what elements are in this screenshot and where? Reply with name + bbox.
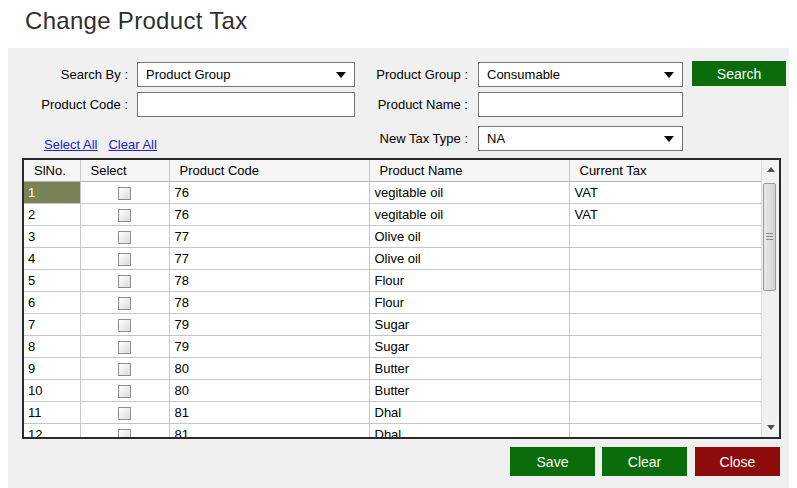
cell-slno[interactable]: 8 (24, 336, 80, 358)
cell-product-name[interactable]: vegitable oil (369, 204, 569, 226)
cell-slno[interactable]: 7 (24, 314, 80, 336)
cell-current-tax[interactable] (569, 358, 761, 380)
cell-product-code[interactable]: 80 (169, 358, 369, 380)
table-row[interactable]: 578Flour (24, 270, 761, 292)
cell-product-name[interactable]: vegitable oil (369, 182, 569, 204)
search-by-dropdown[interactable]: Product Group (137, 62, 355, 87)
cell-current-tax[interactable] (569, 226, 761, 248)
clear-button[interactable]: Clear (602, 447, 687, 476)
row-checkbox[interactable] (118, 231, 131, 244)
cell-product-code[interactable]: 77 (169, 248, 369, 270)
scrollbar-thumb[interactable] (763, 183, 776, 291)
row-checkbox[interactable] (118, 341, 131, 354)
cell-product-code[interactable]: 78 (169, 292, 369, 314)
cell-current-tax[interactable] (569, 336, 761, 358)
row-checkbox[interactable] (118, 407, 131, 420)
cell-current-tax[interactable] (569, 270, 761, 292)
product-code-input[interactable] (137, 92, 355, 117)
cell-current-tax[interactable]: VAT (569, 182, 761, 204)
cell-select[interactable] (80, 270, 169, 292)
cell-slno[interactable]: 3 (24, 226, 80, 248)
cell-slno[interactable]: 4 (24, 248, 80, 270)
cell-product-code[interactable]: 81 (169, 402, 369, 424)
cell-product-code[interactable]: 76 (169, 182, 369, 204)
cell-current-tax[interactable] (569, 402, 761, 424)
cell-select[interactable] (80, 314, 169, 336)
cell-product-code[interactable]: 77 (169, 226, 369, 248)
column-header[interactable]: SlNo. (24, 160, 80, 182)
cell-select[interactable] (80, 358, 169, 380)
search-button[interactable]: Search (692, 61, 786, 86)
close-button[interactable]: Close (695, 447, 780, 476)
table-row[interactable]: 377Olive oil (24, 226, 761, 248)
product-name-input[interactable] (478, 92, 683, 117)
cell-select[interactable] (80, 204, 169, 226)
scrollbar-track[interactable] (762, 179, 779, 418)
cell-slno[interactable]: 2 (24, 204, 80, 226)
cell-current-tax[interactable] (569, 292, 761, 314)
cell-slno[interactable]: 9 (24, 358, 80, 380)
row-checkbox[interactable] (118, 297, 131, 310)
row-checkbox[interactable] (118, 187, 131, 200)
row-checkbox[interactable] (118, 429, 131, 437)
cell-select[interactable] (80, 380, 169, 402)
column-header[interactable]: Product Code (169, 160, 369, 182)
product-group-dropdown[interactable]: Consumable (478, 62, 683, 87)
cell-current-tax[interactable] (569, 380, 761, 402)
cell-select[interactable] (80, 292, 169, 314)
cell-current-tax[interactable] (569, 314, 761, 336)
scroll-up-button[interactable] (762, 160, 779, 179)
row-checkbox[interactable] (118, 275, 131, 288)
table-row[interactable]: 980Butter (24, 358, 761, 380)
cell-product-name[interactable]: Butter (369, 380, 569, 402)
select-all-link[interactable]: Select All (44, 137, 97, 152)
cell-product-name[interactable]: Dhal (369, 402, 569, 424)
scroll-down-button[interactable] (762, 418, 779, 437)
row-checkbox[interactable] (118, 209, 131, 222)
table-row[interactable]: 1080Butter (24, 380, 761, 402)
row-checkbox[interactable] (118, 385, 131, 398)
vertical-scrollbar[interactable] (761, 160, 779, 437)
cell-slno[interactable]: 10 (24, 380, 80, 402)
column-header[interactable]: Current Tax (569, 160, 761, 182)
table-row[interactable]: 879Sugar (24, 336, 761, 358)
table-row[interactable]: 276vegitable oilVAT (24, 204, 761, 226)
cell-product-name[interactable]: Butter (369, 358, 569, 380)
row-checkbox[interactable] (118, 253, 131, 266)
cell-product-code[interactable]: 80 (169, 380, 369, 402)
cell-product-name[interactable]: Dhal (369, 424, 569, 438)
cell-current-tax[interactable]: VAT (569, 204, 761, 226)
cell-select[interactable] (80, 402, 169, 424)
column-header[interactable]: Select (80, 160, 169, 182)
cell-slno[interactable]: 6 (24, 292, 80, 314)
row-checkbox[interactable] (118, 319, 131, 332)
cell-select[interactable] (80, 226, 169, 248)
cell-select[interactable] (80, 248, 169, 270)
cell-product-name[interactable]: Flour (369, 270, 569, 292)
cell-current-tax[interactable] (569, 424, 761, 438)
save-button[interactable]: Save (510, 447, 595, 476)
table-row[interactable]: 176vegitable oilVAT (24, 182, 761, 204)
cell-slno[interactable]: 5 (24, 270, 80, 292)
table-row[interactable]: 779Sugar (24, 314, 761, 336)
cell-slno[interactable]: 1 (24, 182, 80, 204)
table-row[interactable]: 1181Dhal (24, 402, 761, 424)
row-checkbox[interactable] (118, 363, 131, 376)
cell-product-name[interactable]: Sugar (369, 336, 569, 358)
cell-product-name[interactable]: Sugar (369, 314, 569, 336)
table-row[interactable]: 678Flour (24, 292, 761, 314)
cell-select[interactable] (80, 424, 169, 438)
clear-all-link[interactable]: Clear All (108, 137, 156, 152)
column-header[interactable]: Product Name (369, 160, 569, 182)
cell-product-code[interactable]: 79 (169, 314, 369, 336)
cell-product-code[interactable]: 78 (169, 270, 369, 292)
cell-current-tax[interactable] (569, 248, 761, 270)
table-row[interactable]: 477Olive oil (24, 248, 761, 270)
cell-product-name[interactable]: Olive oil (369, 248, 569, 270)
cell-product-code[interactable]: 76 (169, 204, 369, 226)
cell-select[interactable] (80, 182, 169, 204)
cell-product-name[interactable]: Olive oil (369, 226, 569, 248)
cell-product-name[interactable]: Flour (369, 292, 569, 314)
cell-product-code[interactable]: 79 (169, 336, 369, 358)
cell-slno[interactable]: 12 (24, 424, 80, 438)
